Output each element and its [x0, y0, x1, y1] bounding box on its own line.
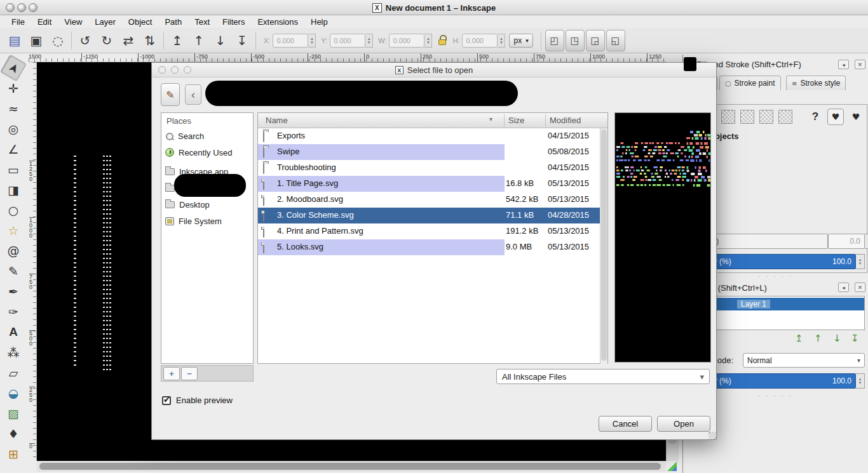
fill-stroke-close-button[interactable]: ✕: [855, 60, 865, 69]
fill-rule-evenodd-button[interactable]: ♥: [827, 109, 844, 125]
star-tool-icon[interactable]: ☆: [3, 221, 24, 240]
place-recently-used[interactable]: Recently Used: [165, 146, 233, 159]
type-filename-button[interactable]: ✎: [161, 83, 180, 106]
calligraphy-tool-icon[interactable]: ✑: [3, 302, 24, 321]
layer-name[interactable]: Layer 1: [737, 300, 770, 309]
transform-corners-toggle[interactable]: ◳: [566, 30, 585, 51]
measure-tool-icon[interactable]: ∠: [3, 140, 24, 159]
layer-raise-button[interactable]: ↑: [814, 333, 822, 344]
paint-unknown-button[interactable]: ?: [807, 109, 824, 125]
menu-layer[interactable]: Layer: [88, 17, 122, 27]
file-row[interactable]: Swipe 05/08/2015: [258, 144, 601, 160]
fill-stroke-collapse-button[interactable]: ◂: [838, 60, 849, 69]
remove-bookmark-button[interactable]: −: [181, 367, 198, 380]
zoom-tool-icon[interactable]: ◎: [3, 119, 24, 138]
dropper-tool-icon[interactable]: ♦: [3, 424, 24, 443]
y-spinner[interactable]: ▲▼: [365, 34, 373, 48]
layer-raise-to-top-button[interactable]: ↥: [795, 333, 803, 344]
tab-stroke-style[interactable]: ≡Stroke style: [786, 76, 846, 90]
cancel-button[interactable]: Cancel: [599, 416, 652, 432]
connector-tool-icon[interactable]: ⊞: [3, 444, 24, 463]
y-field[interactable]: 0.000: [330, 34, 365, 48]
h-field[interactable]: 0.000: [462, 34, 498, 48]
raise-icon[interactable]: ↑: [188, 30, 210, 51]
dialog-title-bar[interactable]: X Select file to open: [152, 63, 716, 77]
transform-gradient-toggle[interactable]: ◲: [586, 30, 605, 51]
lower-icon[interactable]: ↓: [210, 30, 231, 51]
rotate-ccw-icon[interactable]: ↺: [74, 30, 96, 51]
paint-swatch-button[interactable]: [778, 110, 792, 124]
rotate-cw-icon[interactable]: ↻: [96, 30, 118, 51]
back-button[interactable]: ‹: [185, 84, 201, 105]
tweak-tool-icon[interactable]: ≈: [3, 99, 24, 118]
lower-to-bottom-icon[interactable]: ↧: [231, 30, 253, 51]
spiral-tool-icon[interactable]: @: [3, 241, 24, 260]
x-field[interactable]: 0.000: [273, 34, 308, 48]
file-row[interactable]: 1. Title Page.svg 16.8 kB 05/13/2015: [258, 176, 601, 192]
menu-help[interactable]: Help: [304, 17, 334, 27]
menu-object[interactable]: Object: [122, 17, 159, 27]
text-tool-icon[interactable]: A: [3, 323, 24, 342]
flip-vertical-icon[interactable]: ⇅: [139, 30, 161, 51]
file-row[interactable]: Exports 04/15/2015: [258, 128, 601, 144]
rectangle-tool-icon[interactable]: ▭: [3, 160, 24, 179]
fs-opacity-spinner[interactable]: ▲▼: [856, 254, 865, 269]
menu-edit[interactable]: Edit: [31, 17, 58, 27]
color-management-toggle-icon[interactable]: [667, 462, 677, 471]
transform-stroke-toggle[interactable]: ◰: [545, 30, 564, 51]
place-file-system[interactable]: File System: [165, 215, 222, 227]
tab-stroke-paint[interactable]: ▢Stroke paint: [719, 76, 781, 90]
fill-rule-nonzero-button[interactable]: ♥: [848, 109, 864, 125]
paint-pattern-button[interactable]: [759, 110, 773, 124]
w-spinner[interactable]: ▲▼: [424, 34, 432, 48]
flip-horizontal-icon[interactable]: ⇄: [118, 30, 139, 51]
blur-spinbox[interactable]: 0.0: [828, 234, 865, 249]
w-field[interactable]: 0.000: [389, 34, 424, 48]
file-list-scrollbar[interactable]: [600, 128, 607, 364]
canvas-horizontal-scrollbar[interactable]: [37, 462, 666, 472]
deselect-icon[interactable]: ◌: [47, 30, 69, 51]
menu-path[interactable]: Path: [158, 17, 188, 27]
file-row[interactable]: Troubleshooting 04/15/2015: [258, 160, 601, 176]
raise-to-top-icon[interactable]: ↥: [166, 30, 188, 51]
menu-view[interactable]: View: [58, 17, 88, 27]
h-spinner[interactable]: ▲▼: [498, 34, 505, 48]
layer-lower-button[interactable]: ↓: [833, 333, 841, 344]
open-button[interactable]: Open: [657, 416, 710, 432]
menu-extensions[interactable]: Extensions: [251, 17, 304, 27]
box-3d-tool-icon[interactable]: ◨: [3, 180, 24, 199]
column-modified[interactable]: Modified: [550, 116, 581, 125]
blur-spinner[interactable]: ▲▼: [865, 234, 868, 249]
ellipse-tool-icon[interactable]: ○: [3, 201, 24, 220]
horizontal-ruler[interactable]: -1500 -1250 -1000 -750 -500 -250 0 250 5…: [29, 53, 666, 62]
file-row[interactable]: 5. Looks.svg 9.0 MB 05/13/2015: [258, 239, 601, 255]
paint-radial-gradient-button[interactable]: [740, 110, 754, 124]
paint-bucket-tool-icon[interactable]: ◒: [3, 383, 24, 403]
spray-tool-icon[interactable]: ⁂: [3, 343, 24, 362]
place-desktop[interactable]: Desktop: [165, 198, 210, 211]
file-row[interactable]: 4. Print and Pattern.svg 191.2 kB 05/13/…: [258, 223, 601, 239]
menu-file[interactable]: File: [5, 17, 31, 27]
vertical-ruler[interactable]: 1250 1000 750 500 250 0 -250: [29, 62, 37, 461]
pen-tool-icon[interactable]: ✒: [3, 282, 24, 301]
file-type-filter-combo[interactable]: All Inkscape Files▾: [496, 369, 710, 384]
menu-filters[interactable]: Filters: [216, 17, 251, 27]
column-size[interactable]: Size: [508, 116, 524, 125]
file-row-selected[interactable]: 3. Color Scheme.svg 71.1 kB 04/28/2015: [258, 208, 601, 223]
layers-collapse-button[interactable]: ◂: [838, 283, 849, 292]
select-all-layers-icon[interactable]: ▣: [25, 30, 47, 51]
gradient-tool-icon[interactable]: ▨: [3, 404, 24, 423]
column-name[interactable]: Name: [266, 116, 288, 125]
paint-linear-gradient-button[interactable]: [721, 110, 735, 124]
node-editor-tool-icon[interactable]: ✛: [3, 79, 24, 98]
x-spinner[interactable]: ▲▼: [308, 34, 316, 48]
pencil-tool-icon[interactable]: ✎: [3, 262, 24, 281]
enable-preview-checkbox[interactable]: [162, 396, 171, 405]
layer-opacity-spinner[interactable]: ▲▼: [856, 373, 865, 389]
menu-text[interactable]: Text: [188, 17, 216, 27]
file-row[interactable]: 2. Moodboard.svg 542.2 kB 05/13/2015: [258, 192, 601, 208]
blend-mode-combo[interactable]: Normal▾: [743, 353, 865, 368]
add-bookmark-button[interactable]: +: [163, 367, 180, 380]
transform-pattern-toggle[interactable]: ◱: [606, 30, 625, 51]
layers-close-button[interactable]: ✕: [855, 283, 865, 292]
